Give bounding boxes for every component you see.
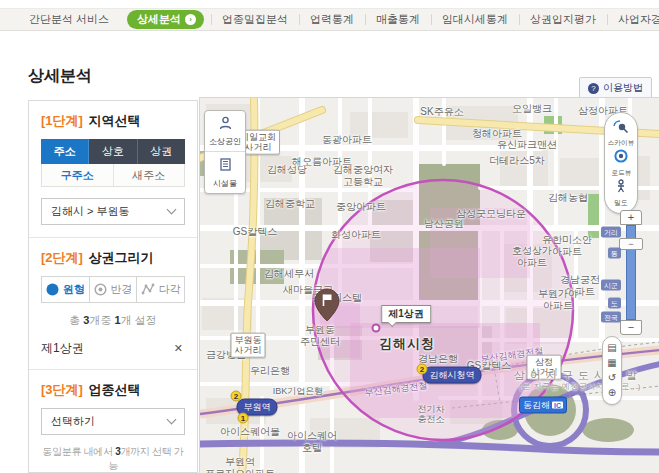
person-icon — [218, 116, 233, 130]
step3-section: [3단계] 업종선택 선택하기 동일분류 내에서 3개까지 선택 가능 — [29, 369, 197, 473]
chevron-down-icon — [167, 205, 177, 215]
help-button[interactable]: ? 이용방법 — [579, 77, 652, 99]
map-view-tools: 스카이뷰 로드뷰 밀도 — [604, 112, 638, 214]
roadview-button[interactable]: 로드뷰 — [611, 149, 632, 178]
cadastral-map-icon[interactable]: ▦ — [607, 357, 616, 369]
tab-address[interactable]: 주소 — [41, 139, 89, 164]
nav-item-business-management-rating[interactable]: 사업자경영평가 — [607, 9, 659, 30]
interchange-badge: 동김해IC — [519, 397, 567, 414]
trade-area-flag: 제1상권 — [381, 305, 431, 323]
layer-toggle-small-business[interactable]: 소상공인 — [205, 111, 245, 151]
subtab-new-address[interactable]: 새주소 — [113, 164, 185, 186]
address-type-subtabs: 구주소 새주소 — [41, 164, 185, 187]
nav-item-simple-analysis[interactable]: 간단분석 서비스 — [18, 9, 120, 30]
mode-radius-button[interactable]: 반경 — [90, 276, 138, 303]
region-select-value: 김해시 > 부원동 — [51, 204, 130, 219]
tab-store-name[interactable]: 상호 — [89, 139, 137, 164]
building-icon — [218, 157, 233, 172]
step1-section: [1단계] 지역선택 주소 상호 상권 구주소 새주소 김해시 > 부원동 — [29, 101, 197, 237]
layer-toggle-facilities[interactable]: 시설물 — [205, 151, 245, 193]
skyview-button[interactable]: 스카이뷰 — [607, 119, 635, 148]
nav-item-detail-analysis[interactable]: 상세분석 › — [127, 10, 204, 29]
area-list-item: 제1상권 ✕ — [41, 332, 185, 357]
map-marker-pin-icon — [314, 288, 340, 322]
reset-view-icon[interactable]: ↺ — [608, 372, 616, 384]
zoom-level-tag[interactable]: 전국 — [601, 312, 621, 323]
zoom-level-tag[interactable]: 동 — [608, 248, 621, 259]
zoom-slider-handle[interactable]: − — [619, 238, 643, 250]
industry-select[interactable]: 선택하기 — [41, 408, 185, 435]
route-number-badge: 1 — [238, 413, 249, 424]
map-canvas — [200, 98, 659, 473]
pedestrian-icon — [614, 179, 628, 193]
skyview-label: 스카이뷰 — [608, 138, 635, 148]
map[interactable]: 제일교회 사거리SK주유소오일뱅크삼정아파트동광아파트해오름아파트청해아파트유신… — [199, 97, 659, 473]
remove-area-button[interactable]: ✕ — [172, 342, 185, 355]
station-badge: 김해시청역 — [423, 367, 482, 384]
step2-badge: [2단계] — [41, 250, 83, 265]
step1-title: 지역선택 — [89, 113, 141, 128]
nav-item-industry-density[interactable]: 업종밀집분석 — [211, 9, 299, 30]
nav-item-business-history-stats[interactable]: 업력통계 — [299, 9, 365, 30]
zoom-in-button[interactable]: + — [620, 210, 642, 225]
current-location-icon[interactable]: ⊕ — [608, 387, 616, 399]
route-number-badge: 2 — [231, 391, 242, 402]
help-label: 이용방법 — [603, 81, 643, 95]
measure-area-icon[interactable]: ▤ — [607, 342, 616, 354]
zoom-level-tag[interactable]: 도 — [608, 298, 621, 309]
mode-circle-button[interactable]: 원형 — [41, 276, 90, 303]
nav-item-label: 상세분석 — [137, 10, 181, 29]
circle-icon — [46, 283, 59, 296]
mode-circle-label: 원형 — [63, 282, 85, 297]
step3-heading: [3단계] 업종선택 — [41, 381, 185, 399]
step2-title: 상권그리기 — [89, 250, 154, 265]
zoom-level-tag[interactable]: 거리 — [601, 227, 621, 238]
industry-select-value: 선택하기 — [51, 414, 95, 429]
zoom-level-tag[interactable]: 시군 — [601, 280, 621, 291]
zoom-out-button[interactable]: − — [620, 320, 642, 335]
roadview-icon — [614, 149, 628, 163]
question-icon: ? — [588, 83, 599, 94]
step2-section: [2단계] 상권그리기 원형 반경 — [29, 237, 197, 369]
roadview-label: 로드뷰 — [611, 168, 631, 178]
page: 간단분석 서비스 상세분석 › 업종밀집분석 업력통계 매출통계 임대시세통계 … — [0, 0, 659, 473]
top-nav: 간단분석 서비스 상세분석 › 업종밀집분석 업력통계 매출통계 임대시세통계 … — [0, 8, 659, 31]
nav-item-sales-stats[interactable]: 매출통계 — [365, 9, 431, 30]
analysis-panel: [1단계] 지역선택 주소 상호 상권 구주소 새주소 김해시 > 부원동 [2… — [28, 100, 198, 473]
step1-heading: [1단계] 지역선택 — [41, 112, 185, 130]
mode-polygon-button[interactable]: 다각 — [137, 276, 185, 303]
layer-toggle-label: 소상공인 — [205, 136, 245, 147]
subtab-old-address[interactable]: 구주소 — [42, 164, 113, 186]
draw-mode-buttons: 원형 반경 다각 — [41, 276, 185, 303]
map-layer-toggle-box: 소상공인 시설물 — [204, 110, 246, 194]
nav-item-rent-stats[interactable]: 임대시세통계 — [431, 9, 519, 30]
polygon-icon — [141, 283, 155, 296]
satellite-icon — [613, 120, 629, 133]
active-arrow-icon: › — [185, 14, 196, 25]
map-measure-tools: ▤▦↺⊕ — [602, 336, 622, 405]
route-number-badge: 2 — [417, 364, 428, 375]
radius-icon — [94, 283, 107, 296]
density-label: 밀도 — [614, 198, 627, 208]
search-type-tabs: 주소 상호 상권 — [41, 139, 185, 164]
page-title: 상세분석 — [28, 66, 92, 87]
step3-badge: [3단계] — [41, 382, 83, 397]
layer-toggle-label: 시설물 — [205, 178, 245, 189]
step2-heading: [2단계] 상권그리기 — [41, 249, 185, 267]
mode-polygon-label: 다각 — [159, 282, 181, 297]
area-name: 제1상권 — [41, 340, 84, 357]
step3-title: 업종선택 — [89, 382, 141, 397]
region-select[interactable]: 김해시 > 부원동 — [41, 198, 185, 225]
mode-radius-label: 반경 — [111, 282, 133, 297]
circle-center-handle — [372, 324, 381, 333]
nav-item-location-rating[interactable]: 상권입지평가 — [519, 9, 607, 30]
step1-badge: [1단계] — [41, 113, 83, 128]
chevron-down-icon — [167, 415, 177, 425]
tab-trade-area[interactable]: 상권 — [138, 139, 185, 164]
area-count-status: 총 3개중 1개 설정 — [41, 313, 185, 328]
industry-note: 동일분류 내에서 3개까지 선택 가능 — [41, 445, 185, 473]
density-button[interactable]: 밀도 — [614, 179, 628, 208]
